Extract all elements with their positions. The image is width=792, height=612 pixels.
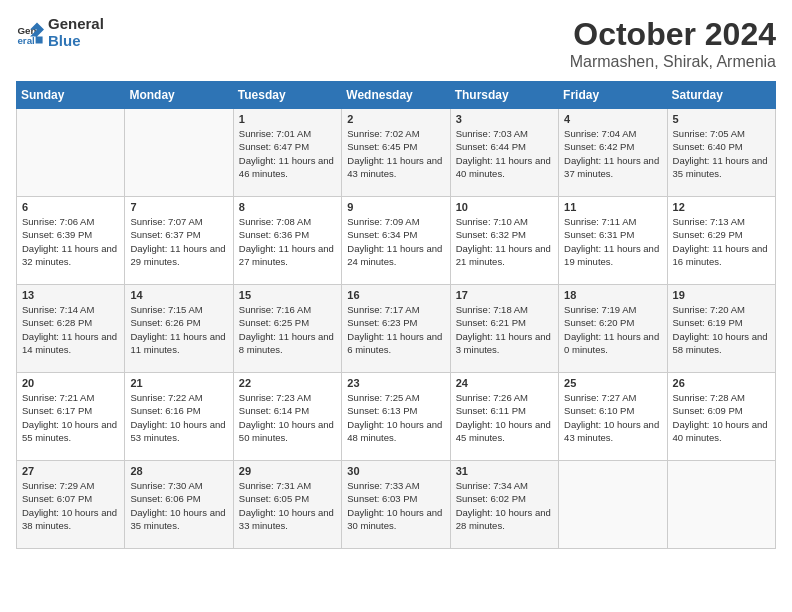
day-detail: Sunrise: 7:13 AMSunset: 6:29 PMDaylight:… (673, 215, 770, 268)
day-number: 10 (456, 201, 553, 213)
calendar-cell: 27Sunrise: 7:29 AMSunset: 6:07 PMDayligh… (17, 461, 125, 549)
calendar-cell: 6Sunrise: 7:06 AMSunset: 6:39 PMDaylight… (17, 197, 125, 285)
day-number: 13 (22, 289, 119, 301)
day-number: 5 (673, 113, 770, 125)
day-number: 4 (564, 113, 661, 125)
day-header-monday: Monday (125, 82, 233, 109)
day-number: 30 (347, 465, 444, 477)
day-number: 23 (347, 377, 444, 389)
calendar-cell (559, 461, 667, 549)
day-detail: Sunrise: 7:29 AMSunset: 6:07 PMDaylight:… (22, 479, 119, 532)
day-number: 18 (564, 289, 661, 301)
day-detail: Sunrise: 7:05 AMSunset: 6:40 PMDaylight:… (673, 127, 770, 180)
calendar-cell: 20Sunrise: 7:21 AMSunset: 6:17 PMDayligh… (17, 373, 125, 461)
calendar-cell: 17Sunrise: 7:18 AMSunset: 6:21 PMDayligh… (450, 285, 558, 373)
day-detail: Sunrise: 7:08 AMSunset: 6:36 PMDaylight:… (239, 215, 336, 268)
calendar-header: SundayMondayTuesdayWednesdayThursdayFrid… (17, 82, 776, 109)
page-header: Gen eral General Blue October 2024 Marma… (16, 16, 776, 71)
day-detail: Sunrise: 7:26 AMSunset: 6:11 PMDaylight:… (456, 391, 553, 444)
day-number: 22 (239, 377, 336, 389)
day-number: 8 (239, 201, 336, 213)
calendar-cell: 5Sunrise: 7:05 AMSunset: 6:40 PMDaylight… (667, 109, 775, 197)
day-detail: Sunrise: 7:31 AMSunset: 6:05 PMDaylight:… (239, 479, 336, 532)
calendar-cell: 16Sunrise: 7:17 AMSunset: 6:23 PMDayligh… (342, 285, 450, 373)
day-header-thursday: Thursday (450, 82, 558, 109)
calendar-cell: 26Sunrise: 7:28 AMSunset: 6:09 PMDayligh… (667, 373, 775, 461)
calendar-week-5: 27Sunrise: 7:29 AMSunset: 6:07 PMDayligh… (17, 461, 776, 549)
day-number: 29 (239, 465, 336, 477)
day-detail: Sunrise: 7:18 AMSunset: 6:21 PMDaylight:… (456, 303, 553, 356)
day-detail: Sunrise: 7:15 AMSunset: 6:26 PMDaylight:… (130, 303, 227, 356)
day-number: 24 (456, 377, 553, 389)
calendar-cell: 29Sunrise: 7:31 AMSunset: 6:05 PMDayligh… (233, 461, 341, 549)
day-number: 15 (239, 289, 336, 301)
day-detail: Sunrise: 7:17 AMSunset: 6:23 PMDaylight:… (347, 303, 444, 356)
day-header-wednesday: Wednesday (342, 82, 450, 109)
calendar-cell: 19Sunrise: 7:20 AMSunset: 6:19 PMDayligh… (667, 285, 775, 373)
day-detail: Sunrise: 7:30 AMSunset: 6:06 PMDaylight:… (130, 479, 227, 532)
days-of-week-row: SundayMondayTuesdayWednesdayThursdayFrid… (17, 82, 776, 109)
day-detail: Sunrise: 7:04 AMSunset: 6:42 PMDaylight:… (564, 127, 661, 180)
calendar-cell: 25Sunrise: 7:27 AMSunset: 6:10 PMDayligh… (559, 373, 667, 461)
day-number: 14 (130, 289, 227, 301)
day-detail: Sunrise: 7:03 AMSunset: 6:44 PMDaylight:… (456, 127, 553, 180)
day-detail: Sunrise: 7:06 AMSunset: 6:39 PMDaylight:… (22, 215, 119, 268)
day-detail: Sunrise: 7:19 AMSunset: 6:20 PMDaylight:… (564, 303, 661, 356)
day-number: 9 (347, 201, 444, 213)
calendar-cell: 10Sunrise: 7:10 AMSunset: 6:32 PMDayligh… (450, 197, 558, 285)
calendar-week-1: 1Sunrise: 7:01 AMSunset: 6:47 PMDaylight… (17, 109, 776, 197)
day-detail: Sunrise: 7:14 AMSunset: 6:28 PMDaylight:… (22, 303, 119, 356)
calendar-table: SundayMondayTuesdayWednesdayThursdayFrid… (16, 81, 776, 549)
calendar-cell: 11Sunrise: 7:11 AMSunset: 6:31 PMDayligh… (559, 197, 667, 285)
day-number: 17 (456, 289, 553, 301)
month-year-title: October 2024 (570, 16, 776, 53)
day-number: 6 (22, 201, 119, 213)
day-number: 16 (347, 289, 444, 301)
calendar-cell: 4Sunrise: 7:04 AMSunset: 6:42 PMDaylight… (559, 109, 667, 197)
day-number: 27 (22, 465, 119, 477)
calendar-cell: 28Sunrise: 7:30 AMSunset: 6:06 PMDayligh… (125, 461, 233, 549)
title-block: October 2024 Marmashen, Shirak, Armenia (570, 16, 776, 71)
calendar-cell: 7Sunrise: 7:07 AMSunset: 6:37 PMDaylight… (125, 197, 233, 285)
calendar-cell: 31Sunrise: 7:34 AMSunset: 6:02 PMDayligh… (450, 461, 558, 549)
day-detail: Sunrise: 7:25 AMSunset: 6:13 PMDaylight:… (347, 391, 444, 444)
calendar-cell: 18Sunrise: 7:19 AMSunset: 6:20 PMDayligh… (559, 285, 667, 373)
location-subtitle: Marmashen, Shirak, Armenia (570, 53, 776, 71)
day-number: 7 (130, 201, 227, 213)
day-detail: Sunrise: 7:27 AMSunset: 6:10 PMDaylight:… (564, 391, 661, 444)
day-header-tuesday: Tuesday (233, 82, 341, 109)
day-detail: Sunrise: 7:09 AMSunset: 6:34 PMDaylight:… (347, 215, 444, 268)
day-detail: Sunrise: 7:20 AMSunset: 6:19 PMDaylight:… (673, 303, 770, 356)
day-detail: Sunrise: 7:21 AMSunset: 6:17 PMDaylight:… (22, 391, 119, 444)
day-number: 31 (456, 465, 553, 477)
calendar-cell (667, 461, 775, 549)
day-number: 26 (673, 377, 770, 389)
day-number: 19 (673, 289, 770, 301)
day-number: 25 (564, 377, 661, 389)
day-number: 20 (22, 377, 119, 389)
calendar-cell: 8Sunrise: 7:08 AMSunset: 6:36 PMDaylight… (233, 197, 341, 285)
logo: Gen eral General Blue (16, 16, 104, 49)
calendar-body: 1Sunrise: 7:01 AMSunset: 6:47 PMDaylight… (17, 109, 776, 549)
day-number: 21 (130, 377, 227, 389)
day-number: 11 (564, 201, 661, 213)
calendar-cell: 14Sunrise: 7:15 AMSunset: 6:26 PMDayligh… (125, 285, 233, 373)
day-detail: Sunrise: 7:01 AMSunset: 6:47 PMDaylight:… (239, 127, 336, 180)
day-header-sunday: Sunday (17, 82, 125, 109)
day-number: 12 (673, 201, 770, 213)
calendar-week-3: 13Sunrise: 7:14 AMSunset: 6:28 PMDayligh… (17, 285, 776, 373)
logo-icon: Gen eral (16, 19, 44, 47)
day-number: 2 (347, 113, 444, 125)
calendar-cell: 30Sunrise: 7:33 AMSunset: 6:03 PMDayligh… (342, 461, 450, 549)
logo-general-text: General (48, 16, 104, 33)
calendar-cell: 3Sunrise: 7:03 AMSunset: 6:44 PMDaylight… (450, 109, 558, 197)
calendar-cell: 15Sunrise: 7:16 AMSunset: 6:25 PMDayligh… (233, 285, 341, 373)
calendar-cell: 21Sunrise: 7:22 AMSunset: 6:16 PMDayligh… (125, 373, 233, 461)
day-detail: Sunrise: 7:33 AMSunset: 6:03 PMDaylight:… (347, 479, 444, 532)
calendar-cell (125, 109, 233, 197)
calendar-cell: 9Sunrise: 7:09 AMSunset: 6:34 PMDaylight… (342, 197, 450, 285)
day-detail: Sunrise: 7:11 AMSunset: 6:31 PMDaylight:… (564, 215, 661, 268)
day-detail: Sunrise: 7:10 AMSunset: 6:32 PMDaylight:… (456, 215, 553, 268)
day-number: 3 (456, 113, 553, 125)
day-detail: Sunrise: 7:34 AMSunset: 6:02 PMDaylight:… (456, 479, 553, 532)
